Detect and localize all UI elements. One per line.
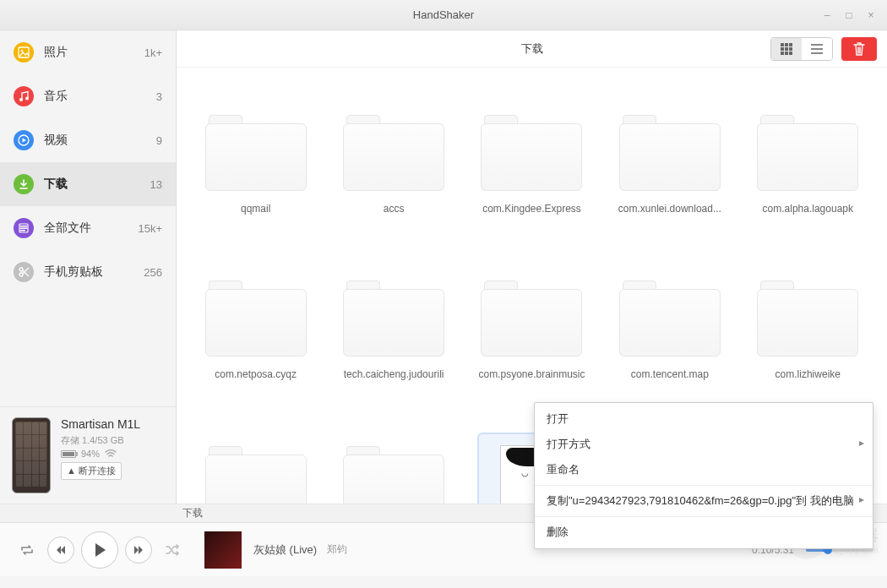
close-button[interactable]: × bbox=[860, 7, 882, 24]
album-art[interactable] bbox=[204, 531, 242, 569]
sidebar-item-video[interactable]: 视频 9 bbox=[0, 118, 176, 162]
device-storage: 存储 1.4/53 GB bbox=[61, 434, 164, 447]
folder-icon bbox=[757, 280, 858, 357]
folder-tile[interactable]: com.xunlei.download... bbox=[601, 68, 738, 233]
view-toggle bbox=[770, 37, 833, 61]
folder-tile[interactable]: tech.caicheng.judourili bbox=[324, 233, 462, 399]
sidebar-count: 9 bbox=[156, 134, 162, 147]
tile-label: com.xunlei.download... bbox=[618, 203, 721, 215]
sidebar-label: 下载 bbox=[44, 177, 150, 192]
sidebar-count: 15k+ bbox=[138, 222, 162, 235]
sidebar-count: 1k+ bbox=[144, 46, 162, 59]
tile-label: com.lizhiweike bbox=[775, 368, 841, 380]
sidebar-item-clipboard[interactable]: 手机剪贴板 256 bbox=[0, 250, 176, 294]
play-button[interactable] bbox=[81, 531, 118, 569]
svg-rect-15 bbox=[785, 47, 788, 51]
folder-icon bbox=[343, 446, 444, 504]
ctx-copy-to[interactable]: 复制"u=2943427923,791810462&fm=26&gp=0.jpg… bbox=[535, 488, 873, 514]
files-icon bbox=[14, 218, 34, 238]
next-button[interactable] bbox=[125, 536, 152, 564]
sidebar-label: 视频 bbox=[44, 133, 156, 148]
trash-icon bbox=[853, 42, 865, 56]
music-icon bbox=[14, 86, 34, 106]
track-artist: 郑钧 bbox=[327, 542, 347, 557]
maximize-button[interactable]: □ bbox=[838, 7, 860, 24]
shuffle-icon bbox=[165, 544, 180, 556]
svg-rect-19 bbox=[789, 52, 792, 55]
tile-label: com.Kingdee.Express bbox=[482, 203, 581, 215]
folder-tile[interactable]: com.Kingdee.Express bbox=[463, 68, 601, 233]
next-icon bbox=[134, 546, 143, 554]
sidebar-item-music[interactable]: 音乐 3 bbox=[0, 74, 176, 118]
prev-button[interactable] bbox=[47, 536, 74, 564]
svg-rect-5 bbox=[20, 226, 27, 227]
video-icon bbox=[14, 130, 34, 150]
svg-rect-13 bbox=[789, 43, 792, 46]
folder-tile[interactable]: com.netposa.cyqz bbox=[187, 233, 324, 399]
folder-tile[interactable]: mail_attachments bbox=[187, 399, 324, 504]
folder-tile[interactable]: qqmail bbox=[187, 68, 324, 233]
context-menu: 打开 打开方式 重命名 复制"u=2943427923,791810462&fm… bbox=[534, 402, 873, 549]
svg-rect-20 bbox=[811, 44, 823, 46]
folder-icon bbox=[343, 280, 444, 357]
disconnect-button[interactable]: ▲ 断开连接 bbox=[61, 462, 122, 480]
list-view-button[interactable] bbox=[802, 38, 832, 60]
svg-rect-18 bbox=[785, 52, 788, 55]
sidebar-item-files[interactable]: 全部文件 15k+ bbox=[0, 206, 176, 250]
sidebar-count: 13 bbox=[150, 178, 162, 191]
svg-point-3 bbox=[25, 97, 29, 101]
svg-rect-7 bbox=[20, 230, 25, 231]
folder-icon bbox=[481, 115, 582, 191]
photos-icon bbox=[14, 42, 34, 63]
folder-icon bbox=[619, 280, 721, 357]
svg-rect-17 bbox=[781, 52, 784, 55]
svg-point-1 bbox=[21, 50, 24, 52]
folder-tile[interactable]: accs bbox=[324, 68, 462, 233]
phone-mock-icon bbox=[12, 417, 51, 493]
folder-icon bbox=[205, 446, 307, 504]
folder-icon bbox=[619, 115, 721, 191]
delete-button[interactable] bbox=[841, 37, 877, 61]
device-panel: Smartisan M1L 存储 1.4/53 GB 94% ▲ 断开连接 bbox=[0, 406, 176, 504]
sidebar-count: 3 bbox=[156, 90, 162, 103]
tile-label: com.alpha.lagouapk bbox=[763, 203, 853, 215]
sidebar: 照片 1k+ 音乐 3 视频 9 下载 13 全部文件 15k+ 手机剪贴板 2… bbox=[0, 30, 177, 504]
tile-label: tech.caicheng.judourili bbox=[344, 368, 444, 380]
repeat-icon bbox=[19, 544, 35, 556]
repeat-button[interactable] bbox=[14, 536, 41, 564]
track-title: 灰姑娘 (Live) bbox=[253, 542, 317, 558]
sidebar-item-downloads[interactable]: 下载 13 bbox=[0, 162, 176, 206]
svg-rect-21 bbox=[811, 48, 823, 50]
folder-tile[interactable]: com.tencent.map bbox=[601, 233, 738, 399]
sidebar-label: 照片 bbox=[44, 45, 144, 60]
minimize-button[interactable]: – bbox=[816, 7, 838, 24]
folder-tile[interactable]: com.psyone.brainmusic bbox=[463, 233, 601, 399]
tile-label: qqmail bbox=[241, 203, 270, 215]
wifi-icon bbox=[105, 449, 117, 458]
ctx-separator bbox=[535, 516, 873, 517]
tile-label: accs bbox=[384, 203, 405, 215]
list-icon bbox=[811, 44, 823, 54]
sidebar-count: 256 bbox=[144, 266, 162, 279]
tile-label: com.netposa.cyqz bbox=[215, 368, 297, 380]
shuffle-button[interactable] bbox=[159, 536, 186, 564]
folder-tile[interactable]: com.alpha.lagouapk bbox=[739, 68, 877, 233]
folder-tile[interactable]: com.dangdang.buy2 bbox=[324, 399, 462, 504]
battery-percent: 94% bbox=[81, 449, 100, 459]
tile-label: com.tencent.map bbox=[631, 368, 709, 380]
folder-icon bbox=[205, 115, 307, 191]
sidebar-item-photos[interactable]: 照片 1k+ bbox=[0, 30, 176, 74]
ctx-open[interactable]: 打开 bbox=[535, 406, 873, 432]
svg-point-2 bbox=[19, 98, 23, 101]
grid-view-button[interactable] bbox=[771, 38, 802, 60]
ctx-open-with[interactable]: 打开方式 bbox=[535, 432, 873, 457]
grid-icon bbox=[781, 43, 792, 55]
svg-rect-6 bbox=[20, 228, 27, 230]
ctx-rename[interactable]: 重命名 bbox=[535, 457, 873, 482]
ctx-delete[interactable]: 删除 bbox=[535, 520, 873, 545]
folder-icon bbox=[757, 115, 858, 191]
prev-icon bbox=[57, 546, 65, 554]
svg-rect-11 bbox=[781, 43, 784, 46]
folder-tile[interactable]: com.lizhiweike bbox=[739, 233, 877, 399]
folder-icon bbox=[343, 115, 444, 191]
